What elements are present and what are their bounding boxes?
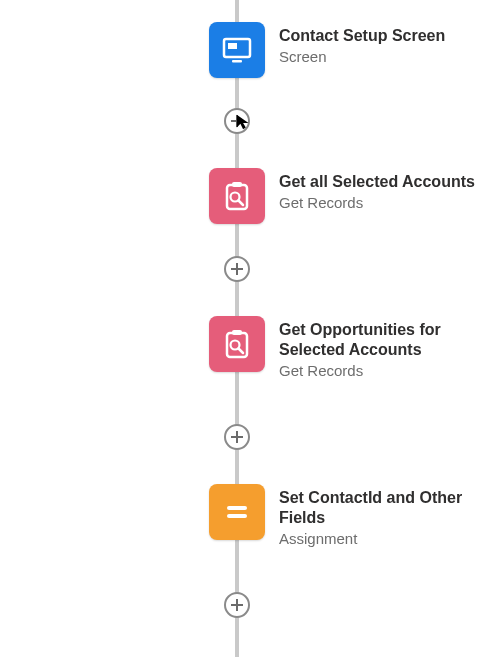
- clipboard-search-icon: [209, 316, 265, 372]
- plus-icon: [231, 599, 243, 611]
- flow-node-title: Set ContactId and Other Fields: [279, 488, 489, 528]
- flow-node[interactable]: Contact Setup Screen Screen: [209, 22, 445, 78]
- flow-node-type: Screen: [279, 48, 445, 65]
- flow-node-type: Get Records: [279, 194, 475, 211]
- add-element-button[interactable]: [224, 424, 250, 450]
- svg-rect-4: [232, 182, 242, 187]
- svg-rect-8: [232, 330, 242, 335]
- screen-icon: [209, 22, 265, 78]
- flow-node-label-group: Contact Setup Screen Screen: [279, 22, 445, 65]
- flow-node-type: Assignment: [279, 530, 489, 547]
- plus-icon: [231, 263, 243, 275]
- plus-icon: [231, 431, 243, 443]
- plus-icon: [231, 115, 243, 127]
- add-element-button[interactable]: [224, 108, 250, 134]
- svg-line-10: [239, 349, 244, 354]
- flow-canvas[interactable]: Contact Setup Screen Screen Get all Sele…: [0, 0, 500, 657]
- flow-node[interactable]: Set ContactId and Other Fields Assignmen…: [209, 484, 489, 547]
- svg-rect-11: [227, 506, 247, 510]
- equals-icon: [209, 484, 265, 540]
- flow-node[interactable]: Get all Selected Accounts Get Records: [209, 168, 475, 224]
- flow-node-type: Get Records: [279, 362, 489, 379]
- flow-node-title: Get Opportunities for Selected Accounts: [279, 320, 489, 360]
- clipboard-search-icon: [209, 168, 265, 224]
- flow-node-title: Get all Selected Accounts: [279, 172, 475, 192]
- svg-rect-1: [228, 43, 237, 49]
- flow-node-label-group: Get all Selected Accounts Get Records: [279, 168, 475, 211]
- add-element-button[interactable]: [224, 592, 250, 618]
- add-element-button[interactable]: [224, 256, 250, 282]
- svg-line-6: [239, 201, 244, 206]
- flow-node-label-group: Set ContactId and Other Fields Assignmen…: [279, 484, 489, 547]
- svg-rect-12: [227, 514, 247, 518]
- flow-node-title: Contact Setup Screen: [279, 26, 445, 46]
- svg-rect-2: [232, 60, 242, 63]
- flow-node-label-group: Get Opportunities for Selected Accounts …: [279, 316, 489, 379]
- flow-node[interactable]: Get Opportunities for Selected Accounts …: [209, 316, 489, 379]
